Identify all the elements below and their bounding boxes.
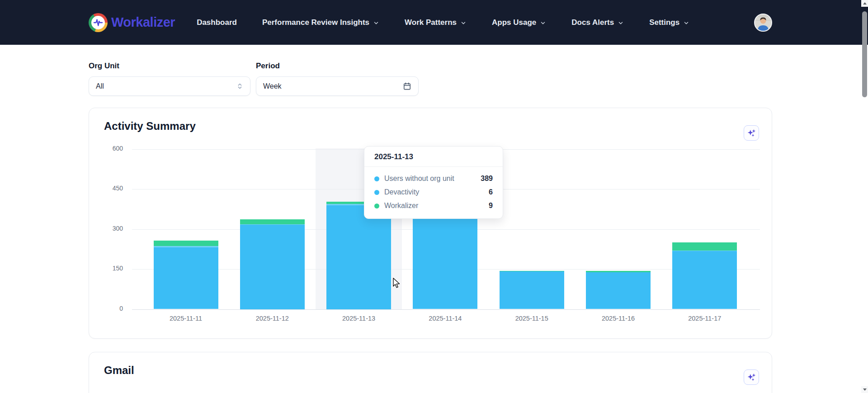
bar-2025-11-12[interactable] <box>240 219 305 309</box>
tooltip-row: Devactivity6 <box>374 185 493 199</box>
bar-segment <box>500 271 564 309</box>
bar-2025-11-17[interactable] <box>672 242 737 309</box>
brand-logo[interactable]: Workalizer <box>89 13 175 32</box>
ai-insights-button[interactable] <box>744 125 759 141</box>
bar-segment <box>586 272 651 309</box>
nav-item-performance-review-insights[interactable]: Performance Review Insights <box>262 18 379 27</box>
series-dot <box>374 176 379 181</box>
period-value: Week <box>263 82 403 90</box>
scroll-down-button[interactable] <box>861 386 868 393</box>
period-label: Period <box>256 62 419 71</box>
brand-name: Workalizer <box>111 15 175 30</box>
top-navbar: Workalizer DashboardPerformance Review I… <box>0 0 868 45</box>
nav-item-docs-alerts[interactable]: Docs Alerts <box>571 18 624 27</box>
nav-links: DashboardPerformance Review InsightsWork… <box>197 18 689 27</box>
pulse-logo-icon <box>89 13 108 32</box>
y-axis-tick: 300 <box>89 225 123 232</box>
x-axis-label: 2025-11-14 <box>402 315 488 322</box>
chart-tooltip: 2025-11-13 Users without org unit389Deva… <box>364 146 503 219</box>
x-axis-label: 2025-11-12 <box>229 315 315 322</box>
bar-2025-11-14[interactable] <box>413 214 477 309</box>
bar-2025-11-16[interactable] <box>586 271 651 309</box>
tooltip-date: 2025-11-13 <box>364 147 503 167</box>
y-axis-tick: 0 <box>89 305 123 312</box>
tooltip-row: Users without org unit389 <box>374 172 493 185</box>
scroll-up-button[interactable] <box>861 0 868 7</box>
ai-insights-button-gmail[interactable] <box>744 369 759 385</box>
nav-item-work-patterns[interactable]: Work Patterns <box>405 18 467 27</box>
org-unit-select[interactable]: All <box>89 76 250 96</box>
scrollbar-thumb[interactable] <box>862 11 867 97</box>
bar-segment <box>240 219 305 224</box>
x-axis-label: 2025-11-11 <box>143 315 229 322</box>
bar-segment <box>326 205 391 309</box>
bar-2025-11-15[interactable] <box>500 271 564 309</box>
org-unit-value: All <box>96 82 236 90</box>
sparkles-icon <box>747 128 756 138</box>
bar-segment <box>413 216 477 309</box>
calendar-icon[interactable] <box>403 82 411 90</box>
user-avatar[interactable] <box>754 14 772 32</box>
chevron-down-icon <box>540 20 546 26</box>
period-select[interactable]: Week <box>256 76 419 96</box>
x-axis-label: 2025-11-17 <box>662 315 748 322</box>
sparkles-icon <box>747 373 756 382</box>
scrollbar <box>861 0 868 393</box>
tooltip-row: Workalizer9 <box>374 199 493 213</box>
chevron-down-icon <box>683 20 689 26</box>
bar-segment <box>154 241 218 246</box>
y-axis-tick: 450 <box>89 185 123 192</box>
activity-summary-card: Activity Summary 60045030015002025-11-11… <box>89 108 772 339</box>
chevron-down-icon <box>460 20 467 26</box>
org-unit-label: Org Unit <box>89 62 250 71</box>
x-axis-label: 2025-11-13 <box>316 315 402 322</box>
bar-segment <box>154 247 218 309</box>
bar-segment <box>672 251 737 309</box>
filters-row: Org Unit All Period Week <box>89 45 772 96</box>
bar-2025-11-11[interactable] <box>154 241 218 309</box>
activity-summary-title: Activity Summary <box>104 120 196 133</box>
nav-item-dashboard[interactable]: Dashboard <box>197 18 237 27</box>
chevron-down-icon <box>618 20 624 26</box>
bar-segment <box>240 225 305 309</box>
gmail-card: Gmail <box>89 352 772 393</box>
series-dot <box>374 190 379 195</box>
x-axis-label: 2025-11-16 <box>576 315 661 322</box>
y-axis-tick: 600 <box>89 145 123 152</box>
x-axis-label: 2025-11-15 <box>489 315 575 322</box>
nav-item-settings[interactable]: Settings <box>649 18 689 27</box>
chevrons-up-down-icon <box>236 83 243 90</box>
y-axis-tick: 150 <box>89 265 123 272</box>
series-dot <box>374 204 379 208</box>
gmail-title: Gmail <box>104 364 134 377</box>
nav-item-apps-usage[interactable]: Apps Usage <box>492 18 546 27</box>
bar-segment <box>672 242 737 251</box>
gridline <box>132 309 760 310</box>
chevron-down-icon <box>373 20 379 26</box>
